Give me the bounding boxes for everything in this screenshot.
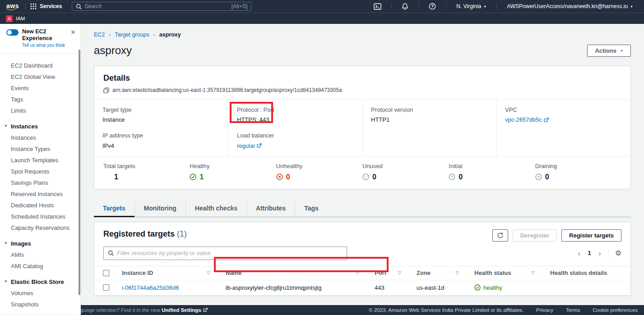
check-circle-icon (474, 284, 481, 291)
tell-us-link[interactable]: Tell us what you think (22, 43, 69, 48)
filter-input[interactable] (117, 250, 343, 256)
copy-icon[interactable] (103, 87, 109, 93)
breadcrumb: EC2 › Target groups › asproxy (94, 32, 631, 38)
section-caret-icon: ▼ (4, 279, 8, 283)
sidebar-item-dedicated-hosts[interactable]: Dedicated Hosts (11, 200, 81, 211)
field-label-protocol-version: Protocol version (371, 106, 488, 114)
new-ec2-experience-toggle[interactable] (6, 29, 19, 36)
actions-button[interactable]: Actions ▼ (587, 45, 631, 57)
stat-label-unused: Unused (362, 163, 449, 169)
stat-value-draining: 0 (545, 173, 549, 181)
favorite-iam-link[interactable]: IAM (16, 16, 25, 21)
breadcrumb-chevron-icon: › (109, 32, 111, 38)
sidebar-nav: EC2 Dashboard EC2 Global View Events Tag… (0, 54, 81, 315)
target-zone: us-east-1d (417, 284, 444, 291)
sidebar-item-limits[interactable]: Limits (11, 105, 81, 116)
column-header-zone[interactable]: Zone (417, 269, 431, 276)
sort-icon[interactable]: ▽ (356, 270, 359, 275)
select-all-checkbox[interactable] (103, 270, 109, 276)
favorites-bar: IAM (0, 13, 644, 24)
row-checkbox[interactable] (103, 284, 109, 291)
new-experience-panel: New EC2 Experience Tell us what you thin… (0, 24, 81, 54)
unified-settings-link[interactable]: Unified Settings (162, 307, 208, 313)
section-caret-icon: ▼ (4, 124, 8, 128)
breadcrumb-current: asproxy (159, 32, 181, 38)
previous-page-icon[interactable]: ‹ (577, 249, 581, 257)
column-header-instance-id[interactable]: Instance ID (122, 269, 153, 276)
global-search[interactable]: [Alt+S] (72, 2, 251, 11)
sidebar-item-snapshots[interactable]: Snapshots (11, 299, 81, 310)
sidebar-item-events[interactable]: Events (11, 82, 81, 94)
aws-logo[interactable]: aws (5, 2, 21, 11)
tab-health-checks[interactable]: Health checks (185, 201, 246, 217)
main-content: EC2 › Target groups › asproxy asproxy Ac… (81, 24, 644, 305)
next-page-icon[interactable]: › (598, 249, 602, 257)
table-header-row: Instance ID▽ Name▽ Port▽ Zone▽ Health st… (94, 266, 630, 280)
close-icon[interactable]: × (71, 28, 75, 36)
sidebar-scrollbar[interactable] (79, 50, 80, 295)
details-title: Details (103, 73, 130, 82)
breadcrumb-target-groups[interactable]: Target groups (115, 32, 149, 38)
field-label-ip-address-type: IP address type (102, 132, 220, 140)
breadcrumb-ec2[interactable]: EC2 (94, 32, 105, 38)
region-selector[interactable]: N. Virginia ▼ (451, 3, 492, 9)
sidebar-item-ami-catalog[interactable]: AMI Catalog (11, 260, 81, 272)
nav-divider (496, 3, 497, 10)
sidebar-item-spot-requests[interactable]: Spot Requests (11, 166, 81, 177)
cloudshell-terminal-icon (374, 3, 381, 10)
sidebar-item-volumes[interactable]: Volumes (11, 288, 81, 299)
sort-icon[interactable]: ▽ (455, 270, 459, 275)
tab-monitoring[interactable]: Monitoring (134, 201, 185, 217)
sidebar-section-images[interactable]: ▼Images (11, 238, 81, 249)
nav-divider (391, 3, 392, 10)
tab-targets[interactable]: Targets (94, 201, 134, 217)
account-menu[interactable]: AWSPowerUserAccess/navaneeth.kn@harness.… (501, 3, 639, 9)
vpc-link[interactable]: vpc-2657db5c (505, 116, 549, 124)
field-label-vpc: VPC (505, 106, 622, 114)
sort-icon[interactable]: ▽ (531, 270, 535, 275)
tab-tags[interactable]: Tags (295, 201, 328, 217)
column-header-health-status[interactable]: Health status (474, 269, 511, 276)
table-settings-gear-icon[interactable]: ⚙ (615, 249, 621, 257)
sidebar-item-launch-templates[interactable]: Launch Templates (11, 155, 81, 166)
deregister-button[interactable]: Deregister (513, 229, 557, 242)
sidebar-item-scheduled-instances[interactable]: Scheduled Instances (11, 211, 81, 222)
sidebar-item-savings-plans[interactable]: Savings Plans (11, 177, 81, 188)
stat-value-initial: 0 (459, 173, 463, 181)
sidebar-section-instances[interactable]: ▼Instances (11, 121, 81, 132)
refresh-button[interactable] (492, 229, 508, 242)
sidebar-section-elastic-block-store[interactable]: ▼Elastic Block Store (11, 276, 81, 288)
sidebar-item-capacity-reservations[interactable]: Capacity Reservations (11, 222, 81, 233)
services-menu-button[interactable]: Services (30, 3, 62, 9)
sidebar-item-ec2-global-view[interactable]: EC2 Global View (11, 71, 81, 82)
terms-link[interactable]: Terms (566, 307, 580, 313)
breadcrumb-chevron-icon: › (153, 32, 155, 38)
sidebar-item-reserved-instances[interactable]: Reserved Instances (11, 188, 81, 200)
cookie-preferences-link[interactable]: Cookie preferences (593, 307, 638, 313)
notifications-button[interactable] (396, 3, 414, 10)
search-input[interactable] (84, 3, 228, 9)
privacy-link[interactable]: Privacy (536, 307, 553, 313)
help-button[interactable] (423, 3, 441, 10)
sort-icon[interactable]: ▽ (207, 270, 210, 275)
sidebar-item-ec2-dashboard[interactable]: EC2 Dashboard (11, 60, 81, 71)
sidebar-item-tags[interactable]: Tags (11, 94, 81, 105)
target-port: 443 (375, 284, 385, 291)
iam-service-icon (6, 15, 13, 22)
sort-icon[interactable]: ▽ (398, 270, 401, 275)
current-page-number[interactable]: 1 (588, 250, 591, 256)
minus-circle-icon (535, 173, 542, 180)
field-value-protocol-port: HTTPS: 443 (237, 116, 354, 124)
column-header-port[interactable]: Port (375, 269, 386, 276)
register-targets-button[interactable]: Register targets (561, 229, 621, 242)
column-header-name[interactable]: Name (226, 269, 241, 276)
instance-id-link[interactable]: i-06f1744a6a25d36d6 (122, 284, 179, 291)
sidebar-item-instance-types[interactable]: Instance Types (11, 143, 81, 155)
load-balancer-link[interactable]: regular (237, 142, 262, 150)
cloudshell-button[interactable] (368, 3, 387, 10)
ellipsis-circle-icon (362, 173, 369, 180)
external-link-icon (544, 118, 549, 123)
sidebar-item-instances[interactable]: Instances (11, 132, 81, 143)
sidebar-item-amis[interactable]: AMIs (11, 249, 81, 260)
tab-attributes[interactable]: Attributes (246, 201, 295, 217)
